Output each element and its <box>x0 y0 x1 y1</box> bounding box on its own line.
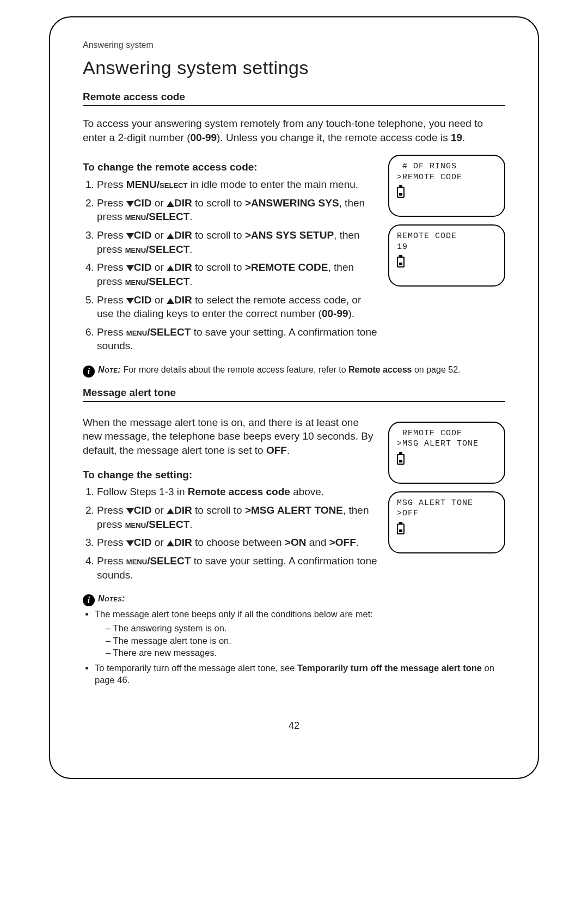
lcd-screen-rings-remote: # OF RINGS >REMOTE CODE <box>388 155 505 217</box>
remote-access-intro: To access your answering system remotely… <box>83 117 505 144</box>
lcd-screen-remote-code: REMOTE CODE 19 <box>388 224 505 287</box>
section-msg-alert-head: Message alert tone <box>83 386 505 402</box>
step-1: Press MENU/select in idle mode to enter … <box>97 178 377 192</box>
msg-alert-notes: The message alert tone beeps only if all… <box>83 608 505 686</box>
arrow-down-icon <box>126 265 134 271</box>
breadcrumb: Answering system <box>83 39 505 51</box>
step-6: Press menu/SELECT to save your setting. … <box>97 325 377 353</box>
arrow-down-icon <box>126 201 134 207</box>
step-2: Press CID or DIR to scroll to >MSG ALERT… <box>97 503 377 531</box>
arrow-up-icon <box>167 233 174 239</box>
arrow-down-icon <box>126 508 134 514</box>
page-number: 42 <box>83 719 505 732</box>
manual-page: Answering system Answering system settin… <box>49 16 539 779</box>
step-1: Follow Steps 1-3 in Remote access code a… <box>97 485 377 499</box>
arrow-up-icon <box>167 540 174 546</box>
msg-alert-subhead: To change the setting: <box>83 468 377 482</box>
note-dash: There are new messages. <box>106 647 505 659</box>
lcd-screen-msg-alert-off: MSG ALERT TONE >OFF <box>388 491 505 553</box>
msg-alert-steps: Follow Steps 1-3 in Remote access code a… <box>83 485 377 582</box>
step-3: Press CID or DIR to scroll to >ANS SYS S… <box>97 228 377 256</box>
info-icon: i <box>83 594 95 606</box>
battery-icon <box>397 187 405 198</box>
page-title: Answering system settings <box>83 56 505 81</box>
step-2: Press CID or DIR to scroll to >ANSWERING… <box>97 196 377 224</box>
arrow-down-icon <box>126 233 134 239</box>
battery-icon <box>397 257 405 267</box>
msg-alert-intro: When the message alert tone is on, and t… <box>83 416 377 458</box>
step-4: Press CID or DIR to scroll to >REMOTE CO… <box>97 260 377 288</box>
msg-alert-notes-head: i Notes: <box>83 593 505 605</box>
remote-access-subhead: To change the remote access code: <box>83 160 377 174</box>
battery-icon <box>397 454 405 465</box>
info-icon: i <box>83 366 95 378</box>
arrow-down-icon <box>126 298 134 304</box>
arrow-up-icon <box>167 298 174 304</box>
arrow-up-icon <box>167 201 174 207</box>
step-5: Press CID or DIR to select the remote ac… <box>97 293 377 321</box>
arrow-up-icon <box>167 508 174 514</box>
step-4: Press menu/SELECT to save your setting. … <box>97 554 377 582</box>
section-remote-access-head: Remote access code <box>83 90 505 106</box>
remote-access-steps: Press MENU/select in idle mode to enter … <box>83 178 377 353</box>
note-dash: The answering system is on. <box>106 622 505 634</box>
note-bullet-1: The message alert tone beeps only if all… <box>95 608 505 659</box>
arrow-down-icon <box>126 540 134 546</box>
note-dash: The message alert tone is on. <box>106 635 505 647</box>
note-bullet-2: To temporarily turn off the message aler… <box>95 662 505 686</box>
step-3: Press CID or DIR to choose between >ON a… <box>97 535 377 550</box>
lcd-screen-msg-alert-menu: REMOTE CODE >MSG ALERT TONE <box>388 422 505 484</box>
arrow-up-icon <box>167 265 174 271</box>
remote-access-note: i Note: For more details about the remot… <box>83 364 505 376</box>
battery-icon <box>397 523 405 534</box>
